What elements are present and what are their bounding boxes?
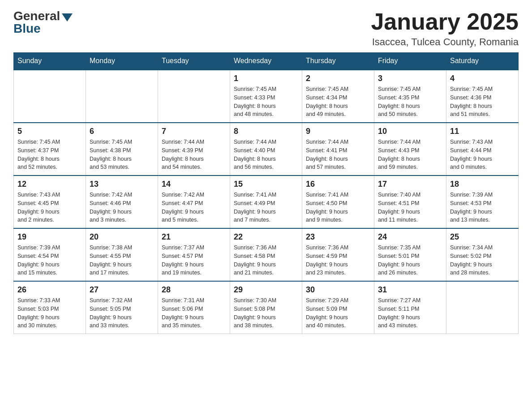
day-number: 22 <box>234 232 298 242</box>
day-number: 1 <box>234 74 298 83</box>
logo: General Blue <box>13 9 73 36</box>
calendar-cell: 21Sunrise: 7:37 AM Sunset: 4:57 PM Dayli… <box>158 228 230 281</box>
day-info: Sunrise: 7:29 AM Sunset: 5:09 PM Dayligh… <box>306 296 370 330</box>
logo-arrow-icon <box>62 13 73 21</box>
day-number: 23 <box>306 232 370 242</box>
calendar-week-row: 12Sunrise: 7:43 AM Sunset: 4:45 PM Dayli… <box>14 176 519 228</box>
day-info: Sunrise: 7:40 AM Sunset: 4:51 PM Dayligh… <box>378 191 442 224</box>
day-number: 27 <box>90 285 154 295</box>
calendar-cell: 20Sunrise: 7:38 AM Sunset: 4:55 PM Dayli… <box>86 228 158 281</box>
location-title: Isaccea, Tulcea County, Romania <box>371 36 519 48</box>
day-info: Sunrise: 7:33 AM Sunset: 5:03 PM Dayligh… <box>17 296 82 330</box>
calendar-cell: 26Sunrise: 7:33 AM Sunset: 5:03 PM Dayli… <box>14 281 86 334</box>
calendar-week-row: 5Sunrise: 7:45 AM Sunset: 4:37 PM Daylig… <box>14 123 519 176</box>
calendar-cell: 1Sunrise: 7:45 AM Sunset: 4:33 PM Daylig… <box>230 70 302 123</box>
day-number: 9 <box>306 127 370 136</box>
day-number: 20 <box>90 232 154 242</box>
calendar-cell: 18Sunrise: 7:39 AM Sunset: 4:53 PM Dayli… <box>446 176 519 228</box>
day-info: Sunrise: 7:44 AM Sunset: 4:43 PM Dayligh… <box>378 138 442 171</box>
calendar-cell: 23Sunrise: 7:36 AM Sunset: 4:59 PM Dayli… <box>302 228 374 281</box>
calendar-cell: 11Sunrise: 7:43 AM Sunset: 4:44 PM Dayli… <box>446 123 519 176</box>
calendar-cell: 27Sunrise: 7:32 AM Sunset: 5:05 PM Dayli… <box>86 281 158 334</box>
calendar-cell: 28Sunrise: 7:31 AM Sunset: 5:06 PM Dayli… <box>158 281 230 334</box>
calendar-cell: 2Sunrise: 7:45 AM Sunset: 4:34 PM Daylig… <box>302 70 374 123</box>
day-number: 13 <box>90 180 154 189</box>
day-info: Sunrise: 7:31 AM Sunset: 5:06 PM Dayligh… <box>162 296 226 330</box>
day-number: 11 <box>450 127 515 136</box>
calendar-cell: 29Sunrise: 7:30 AM Sunset: 5:08 PM Dayli… <box>230 281 302 334</box>
calendar-cell: 7Sunrise: 7:44 AM Sunset: 4:39 PM Daylig… <box>158 123 230 176</box>
day-info: Sunrise: 7:30 AM Sunset: 5:08 PM Dayligh… <box>234 296 298 330</box>
calendar-cell: 4Sunrise: 7:45 AM Sunset: 4:36 PM Daylig… <box>446 70 519 123</box>
day-number: 8 <box>234 127 298 136</box>
title-block: January 2025 Isaccea, Tulcea County, Rom… <box>371 9 519 48</box>
calendar-table: SundayMondayTuesdayWednesdayThursdayFrid… <box>13 52 519 334</box>
day-info: Sunrise: 7:42 AM Sunset: 4:46 PM Dayligh… <box>90 191 154 224</box>
calendar-header-friday: Friday <box>374 52 446 70</box>
day-info: Sunrise: 7:41 AM Sunset: 4:50 PM Dayligh… <box>306 191 370 224</box>
day-number: 17 <box>378 180 442 189</box>
day-number: 28 <box>162 285 226 295</box>
day-number: 14 <box>162 180 226 189</box>
day-info: Sunrise: 7:35 AM Sunset: 5:01 PM Dayligh… <box>378 244 442 277</box>
calendar-cell: 30Sunrise: 7:29 AM Sunset: 5:09 PM Dayli… <box>302 281 374 334</box>
day-info: Sunrise: 7:42 AM Sunset: 4:47 PM Dayligh… <box>162 191 226 224</box>
calendar-cell <box>86 70 158 123</box>
day-info: Sunrise: 7:44 AM Sunset: 4:39 PM Dayligh… <box>162 138 226 171</box>
calendar-cell: 9Sunrise: 7:44 AM Sunset: 4:41 PM Daylig… <box>302 123 374 176</box>
calendar-header-tuesday: Tuesday <box>158 52 230 70</box>
day-info: Sunrise: 7:32 AM Sunset: 5:05 PM Dayligh… <box>90 296 154 330</box>
calendar-week-row: 19Sunrise: 7:39 AM Sunset: 4:54 PM Dayli… <box>14 228 519 281</box>
day-number: 24 <box>378 232 442 242</box>
day-number: 6 <box>90 127 154 136</box>
calendar-cell: 22Sunrise: 7:36 AM Sunset: 4:58 PM Dayli… <box>230 228 302 281</box>
day-info: Sunrise: 7:44 AM Sunset: 4:41 PM Dayligh… <box>306 138 370 171</box>
day-number: 12 <box>17 180 82 189</box>
day-number: 29 <box>234 285 298 295</box>
day-number: 25 <box>450 232 515 242</box>
calendar-cell: 12Sunrise: 7:43 AM Sunset: 4:45 PM Dayli… <box>14 176 86 228</box>
calendar-header-row: SundayMondayTuesdayWednesdayThursdayFrid… <box>14 52 519 70</box>
calendar-cell: 10Sunrise: 7:44 AM Sunset: 4:43 PM Dayli… <box>374 123 446 176</box>
calendar-cell: 31Sunrise: 7:27 AM Sunset: 5:11 PM Dayli… <box>374 281 446 334</box>
calendar-header-monday: Monday <box>86 52 158 70</box>
calendar-header-sunday: Sunday <box>14 52 86 70</box>
day-info: Sunrise: 7:43 AM Sunset: 4:44 PM Dayligh… <box>450 138 515 171</box>
calendar-header-wednesday: Wednesday <box>230 52 302 70</box>
day-info: Sunrise: 7:45 AM Sunset: 4:33 PM Dayligh… <box>234 85 298 119</box>
calendar-cell <box>446 281 519 334</box>
calendar-cell <box>158 70 230 123</box>
day-info: Sunrise: 7:45 AM Sunset: 4:35 PM Dayligh… <box>378 85 442 119</box>
month-title: January 2025 <box>371 9 519 34</box>
calendar-cell: 25Sunrise: 7:34 AM Sunset: 5:02 PM Dayli… <box>446 228 519 281</box>
page-header: General Blue January 2025 Isaccea, Tulce… <box>13 9 519 48</box>
day-info: Sunrise: 7:43 AM Sunset: 4:45 PM Dayligh… <box>17 191 82 224</box>
day-info: Sunrise: 7:34 AM Sunset: 5:02 PM Dayligh… <box>450 244 515 277</box>
day-number: 30 <box>306 285 370 295</box>
day-number: 5 <box>17 127 82 136</box>
day-number: 3 <box>378 74 442 83</box>
calendar-cell: 5Sunrise: 7:45 AM Sunset: 4:37 PM Daylig… <box>14 123 86 176</box>
calendar-cell: 19Sunrise: 7:39 AM Sunset: 4:54 PM Dayli… <box>14 228 86 281</box>
day-number: 18 <box>450 180 515 189</box>
calendar-cell: 17Sunrise: 7:40 AM Sunset: 4:51 PM Dayli… <box>374 176 446 228</box>
day-info: Sunrise: 7:45 AM Sunset: 4:34 PM Dayligh… <box>306 85 370 119</box>
day-info: Sunrise: 7:36 AM Sunset: 4:58 PM Dayligh… <box>234 244 298 277</box>
day-info: Sunrise: 7:37 AM Sunset: 4:57 PM Dayligh… <box>162 244 226 277</box>
day-number: 26 <box>17 285 82 295</box>
day-info: Sunrise: 7:36 AM Sunset: 4:59 PM Dayligh… <box>306 244 370 277</box>
day-number: 16 <box>306 180 370 189</box>
day-info: Sunrise: 7:39 AM Sunset: 4:53 PM Dayligh… <box>450 191 515 224</box>
day-number: 10 <box>378 127 442 136</box>
calendar-cell: 8Sunrise: 7:44 AM Sunset: 4:40 PM Daylig… <box>230 123 302 176</box>
calendar-cell: 3Sunrise: 7:45 AM Sunset: 4:35 PM Daylig… <box>374 70 446 123</box>
calendar-week-row: 26Sunrise: 7:33 AM Sunset: 5:03 PM Dayli… <box>14 281 519 334</box>
calendar-week-row: 1Sunrise: 7:45 AM Sunset: 4:33 PM Daylig… <box>14 70 519 123</box>
day-info: Sunrise: 7:45 AM Sunset: 4:36 PM Dayligh… <box>450 85 515 119</box>
day-number: 7 <box>162 127 226 136</box>
calendar-header-saturday: Saturday <box>446 52 519 70</box>
day-number: 4 <box>450 74 515 83</box>
logo-blue-text: Blue <box>13 21 41 36</box>
calendar-cell: 14Sunrise: 7:42 AM Sunset: 4:47 PM Dayli… <box>158 176 230 228</box>
calendar-cell: 24Sunrise: 7:35 AM Sunset: 5:01 PM Dayli… <box>374 228 446 281</box>
